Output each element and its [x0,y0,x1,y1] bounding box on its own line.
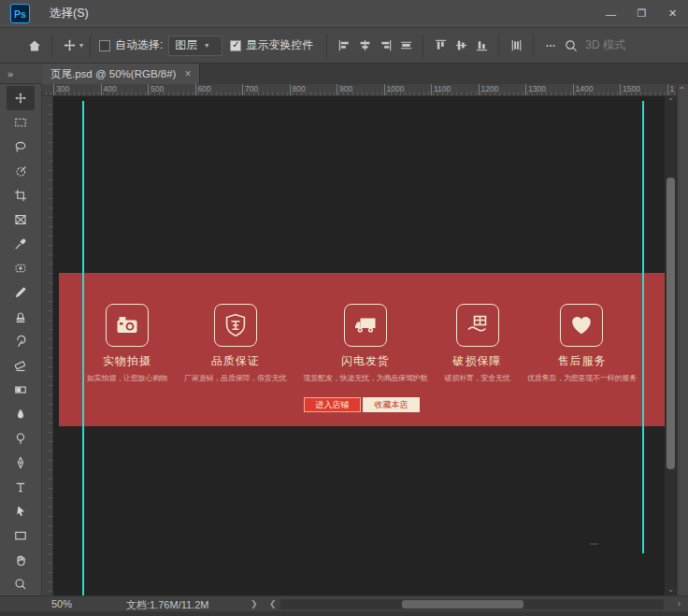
move-tool-icon[interactable] [7,86,35,110]
guide-line-right[interactable] [642,101,644,553]
menu-item-6[interactable]: 选择(S) [40,0,101,28]
ruler-tick-label: 400 [101,84,117,96]
zoom-tool-icon[interactable] [7,572,35,596]
status-bar: 50% 文档:1.76M/11.2M ❯ ❮ › [0,595,688,611]
minimize-button[interactable]: — [595,0,626,28]
banner-buttons: 进入店铺收藏本店 [59,397,665,412]
separator [90,35,91,57]
canvas[interactable]: 实物拍摄如实拍摄，让您放心购物品质保证厂家直销，品质保障，假货无忧闪电发货现货配… [53,96,665,595]
status-menu-chevron-icon[interactable]: ❯ [251,599,258,609]
vertical-scrollbar[interactable]: ⌃ ⌄ [665,96,677,595]
ruler-tick-label: 500 [148,84,164,96]
tab-close-icon[interactable]: × [184,67,191,80]
scroll-down-icon[interactable]: ⌄ [665,584,677,595]
feature-title: 品质保证 [184,353,286,369]
search-icon[interactable] [561,36,581,56]
document-size-info[interactable]: 文档:1.76M/11.2M [126,598,208,612]
scroll-right-icon[interactable]: › [678,598,681,609]
maximize-button[interactable]: ❐ [626,0,657,28]
horizontal-scrollbar-thumb[interactable] [402,600,523,609]
more-options-icon[interactable] [540,36,561,56]
auto-select-checkbox[interactable] [99,40,110,51]
favorite-shop-button[interactable]: 收藏本店 [363,397,420,412]
feature-title: 破损保障 [444,353,509,369]
distribute-vertical-icon[interactable] [506,36,526,56]
scroll-up-icon[interactable]: ⌃ [665,96,677,107]
separator [423,35,423,57]
truck-icon [344,304,387,347]
rectangular-marquee-tool-icon[interactable] [7,110,35,135]
guide-line-left[interactable] [82,101,84,595]
dodge-tool-icon[interactable] [7,426,35,451]
shield-icon [214,304,257,347]
history-brush-tool-icon[interactable] [7,329,35,353]
align-right-edges-icon[interactable] [375,36,395,56]
feature-item: 品质保证厂家直销，品质保障，假货无忧 [184,304,286,383]
ruler-tick-label: 300 [53,84,69,96]
path-selection-tool-icon[interactable] [7,499,35,523]
rectangle-tool-icon[interactable] [7,523,35,548]
slice-tool-icon[interactable] [7,208,35,232]
pen-tool-icon[interactable] [7,451,35,475]
home-icon[interactable] [24,36,45,56]
feature-subtitle: 现货配发，快递无忧，为商品保驾护航 [304,373,428,383]
align-bottom-edges-icon[interactable] [471,36,492,56]
options-bar: ▾ 自动选择: 图层 ▾ 显示变换控件 3D 模式 [0,28,688,64]
document-tab[interactable]: 页尾.psd @ 50%(RGB/8#) × [42,64,200,84]
ruler-tick-label: 1200 [479,84,499,96]
clone-stamp-tool-icon[interactable] [7,305,35,329]
quick-selection-tool-icon[interactable] [7,159,35,183]
separator [533,35,534,57]
toolbar-collapse-icon[interactable]: » [0,64,42,84]
photoshop-logo-icon: Ps [10,4,30,23]
panel-expand-icon[interactable]: ⌃ [679,86,685,94]
feature-title: 售后服务 [527,353,637,369]
separator [51,35,52,57]
crop-tool-icon[interactable] [7,183,35,208]
ruler-tick-label: 1300 [525,84,546,96]
chevron-down-icon[interactable]: ▾ [79,41,83,50]
align-horizontal-centers-icon[interactable] [354,36,375,56]
eyedropper-tool-icon[interactable] [7,232,35,256]
align-left-edges-icon[interactable] [334,36,354,56]
eraser-tool-icon[interactable] [7,353,35,378]
hand-tool-icon[interactable] [7,548,35,572]
scroll-left-icon[interactable]: ❮ [269,599,277,609]
menu-bar: Ps 文件(F)编辑(E)图像(I)图层(L)文字(Y)选择(S)滤镜(T)3D… [0,0,688,28]
lasso-tool-icon[interactable] [7,135,35,159]
horizontal-ruler[interactable]: 3004005006007008009001000110012001300140… [42,84,677,96]
align-top-edges-icon[interactable] [430,36,451,56]
ruler-tick-label: 1100 [431,84,451,96]
layer-dropdown[interactable]: 图层 ▾ [168,36,222,56]
brush-tool-icon[interactable] [7,280,35,305]
document-tab-title: 页尾.psd @ 50%(RGB/8#) [50,67,176,81]
zoom-level-field[interactable]: 50% [51,598,72,609]
ruler-tick-label: 1000 [384,84,405,96]
gradient-tool-icon[interactable] [7,378,35,402]
collapsed-panel-strip[interactable]: ⌃ [677,84,688,595]
ruler-tick-label: 1500 [620,84,640,96]
move-tool-icon[interactable] [59,36,79,56]
workspace-mode-label[interactable]: 3D 模式 [585,37,625,53]
ruler-tick-label: 900 [337,84,352,96]
main-area: 3004005006007008009001000110012001300140… [0,84,688,595]
feature-subtitle: 厂家直销，品质保障，假货无忧 [184,373,286,383]
horizontal-scrollbar[interactable] [280,599,664,609]
vertical-ruler[interactable] [42,96,53,595]
type-tool-icon[interactable] [7,475,35,499]
align-vertical-centers-icon[interactable] [451,36,471,56]
ruler-tick-label: 1 [667,84,675,96]
blur-tool-icon[interactable] [7,402,35,426]
close-button[interactable]: ✕ [657,0,688,28]
heart-icon [560,304,603,347]
document-tab-bar: » 页尾.psd @ 50%(RGB/8#) × [0,64,688,84]
show-transform-checkbox[interactable] [230,40,241,51]
healing-brush-tool-icon[interactable] [7,256,35,280]
distribute-horizontal-icon[interactable] [395,36,416,56]
vertical-scrollbar-thumb[interactable] [666,178,675,469]
feature-subtitle: 优质售后，为您呈现不一样的服务 [527,373,637,383]
feature-list: 实物拍摄如实拍摄，让您放心购物品质保证厂家直销，品质保障，假货无忧闪电发货现货配… [87,304,637,383]
canvas-artifact [590,543,598,545]
enter-shop-button[interactable]: 进入店铺 [304,397,361,412]
footer-banner-artwork: 实物拍摄如实拍摄，让您放心购物品质保证厂家直销，品质保障，假货无忧闪电发货现货配… [59,273,665,426]
